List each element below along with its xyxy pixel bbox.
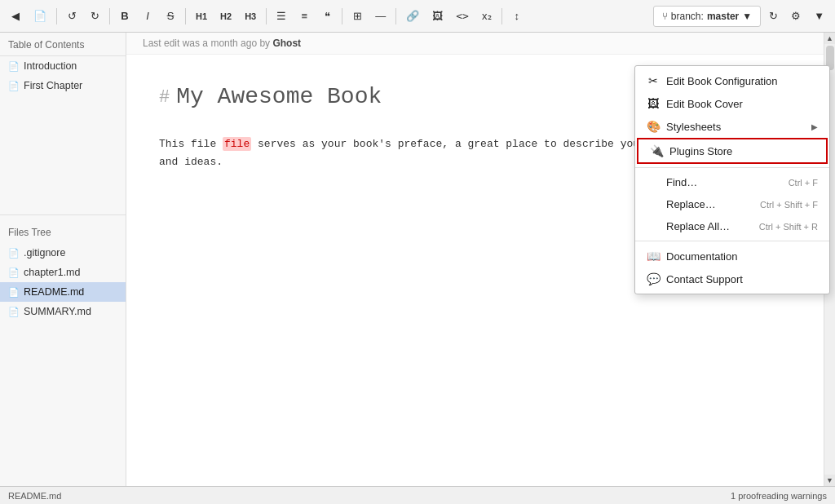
image-btn[interactable]: 🖼: [426, 6, 448, 27]
plugins-store-icon: 🔌: [650, 144, 663, 157]
replace-all-label: Replace All…: [666, 220, 730, 232]
menu-item-edit-book-cover[interactable]: 🖼 Edit Book Cover: [635, 92, 829, 115]
sidebar-item-first-chapter[interactable]: 📄 First Chapter: [0, 76, 126, 95]
contact-support-label: Contact Support: [666, 273, 743, 285]
menu-item-replace[interactable]: Replace… Ctrl + Shift + F: [635, 193, 829, 215]
replace-shortcut: Ctrl + Shift + F: [760, 200, 818, 210]
menu-item-stylesheets[interactable]: 🎨 Stylesheets ▶: [635, 115, 829, 138]
status-warnings: 1 proofreading warnings: [731, 491, 827, 501]
table-btn[interactable]: ⊞: [347, 6, 368, 27]
branch-name: master: [707, 11, 739, 22]
h1-btn[interactable]: H1: [190, 6, 213, 27]
summary-icon: 📄: [8, 307, 20, 317]
find-shortcut: Ctrl + F: [789, 178, 818, 188]
edit-cover-icon: 🖼: [647, 97, 660, 110]
replace-all-shortcut: Ctrl + Shift + R: [759, 222, 818, 232]
sort-btn[interactable]: ↕: [506, 6, 528, 27]
subscript-btn[interactable]: x₂: [476, 6, 497, 27]
branch-icon: ⑂: [662, 11, 668, 22]
undo-btn[interactable]: ↺: [61, 6, 82, 27]
h2-btn[interactable]: H2: [214, 6, 237, 27]
meta-text: Last edit was a month ago by: [143, 38, 270, 49]
link-btn[interactable]: 🔗: [400, 6, 425, 27]
menu-item-plugins-store[interactable]: 🔌 Plugins Store: [637, 138, 828, 164]
status-bar: README.md 1 proofreading warnings: [0, 486, 835, 504]
heading-title: My Awesome Book: [176, 79, 382, 116]
meta-author: Ghost: [272, 38, 301, 49]
stylesheets-icon: 🎨: [647, 120, 660, 133]
ol-btn[interactable]: ≡: [294, 6, 315, 27]
toolbar-sep-7: [501, 8, 502, 24]
menu-item-documentation[interactable]: 📖 Documentation: [635, 245, 829, 267]
menu-item-replace-all[interactable]: Replace All… Ctrl + Shift + R: [635, 215, 829, 237]
hr-btn[interactable]: —: [369, 6, 391, 27]
paragraph-before: This file: [159, 138, 223, 150]
sidebar-divider: [0, 214, 126, 215]
readme-icon: 📄: [8, 287, 20, 298]
code-btn[interactable]: <>: [450, 6, 475, 27]
menu-item-edit-book-config[interactable]: ✂ Edit Book Configuration: [635, 69, 829, 92]
strikethrough-btn[interactable]: S: [160, 6, 181, 27]
documentation-icon: 📖: [647, 250, 660, 263]
toc-title: Table of Contents: [0, 33, 126, 56]
scroll-up-btn[interactable]: ▲: [824, 33, 836, 44]
toolbar-sep-6: [395, 8, 396, 24]
dropdown-sep-1: [635, 167, 829, 168]
editor-paragraph: This file file serves as your book's pre…: [159, 135, 648, 171]
redo-btn[interactable]: ↻: [84, 6, 105, 27]
readme-label: README.md: [24, 286, 84, 298]
editor-meta: Last edit was a month ago by Ghost: [126, 33, 824, 55]
back-btn[interactable]: ◀: [5, 6, 26, 27]
main-content: Table of Contents 📄 Introduction 📄 First…: [0, 33, 835, 486]
documentation-label: Documentation: [666, 250, 737, 263]
paragraph-line2: and ideas.: [159, 156, 223, 168]
toolbar-sep-5: [342, 8, 342, 24]
scroll-down-btn[interactable]: ▼: [824, 475, 836, 486]
dropdown-menu: ✂ Edit Book Configuration 🖼 Edit Book Co…: [634, 65, 830, 294]
summary-label: SUMMARY.md: [24, 306, 91, 317]
chapter1-icon: 📄: [8, 267, 20, 278]
replace-label: Replace…: [666, 198, 716, 210]
sidebar-spacer: [0, 95, 126, 210]
sidebar-file-gitignore[interactable]: 📄 .gitignore: [0, 243, 126, 263]
branch-btn[interactable]: ⑂ branch: master ▼: [653, 6, 761, 27]
menu-item-find[interactable]: Find… Ctrl + F: [635, 171, 829, 193]
heading-hash: #: [159, 83, 170, 112]
new-file-btn[interactable]: 📄: [28, 6, 52, 27]
first-chapter-file-icon: 📄: [8, 81, 20, 91]
status-filename: README.md: [8, 491, 61, 501]
find-label: Find…: [666, 176, 697, 188]
h3-btn[interactable]: H3: [239, 6, 262, 27]
edit-config-label: Edit Book Configuration: [666, 75, 778, 87]
chapter1-label: chapter1.md: [24, 267, 80, 278]
gitignore-label: .gitignore: [24, 247, 65, 259]
sidebar-item-introduction[interactable]: 📄 Introduction: [0, 56, 126, 76]
branch-label: branch:: [671, 11, 704, 22]
edit-config-icon: ✂: [647, 74, 660, 87]
menu-item-contact-support[interactable]: 💬 Contact Support: [635, 267, 829, 290]
toolbar-sep-2: [109, 8, 110, 24]
introduction-label: Introduction: [24, 60, 77, 72]
sidebar-file-summary[interactable]: 📄 SUMMARY.md: [0, 302, 126, 321]
gitignore-icon: 📄: [8, 248, 20, 259]
bold-btn[interactable]: B: [114, 6, 135, 27]
stylesheets-label: Stylesheets: [666, 121, 721, 133]
paragraph-after: serves as your book's preface, a great p…: [251, 138, 646, 150]
toolbar-sep-3: [185, 8, 186, 24]
dropdown-sep-2: [635, 241, 829, 241]
sidebar-file-chapter1[interactable]: 📄 chapter1.md: [0, 263, 126, 282]
sidebar-file-readme[interactable]: 📄 README.md: [0, 282, 126, 302]
branch-dropdown-icon: ▼: [742, 11, 752, 22]
paragraph-highlight: file: [223, 137, 251, 151]
sync-btn[interactable]: ↻: [762, 6, 784, 27]
more-btn[interactable]: ▼: [808, 6, 830, 27]
italic-btn[interactable]: I: [137, 6, 158, 27]
toolbar-sep-1: [56, 8, 57, 24]
settings-btn[interactable]: ⚙: [785, 6, 806, 27]
files-tree-title: Files Tree: [0, 220, 126, 243]
ul-btn[interactable]: ☰: [271, 6, 292, 27]
quote-btn[interactable]: ❝: [316, 6, 338, 27]
first-chapter-label: First Chapter: [24, 80, 82, 91]
contact-support-icon: 💬: [647, 272, 660, 285]
edit-cover-label: Edit Book Cover: [666, 98, 743, 110]
